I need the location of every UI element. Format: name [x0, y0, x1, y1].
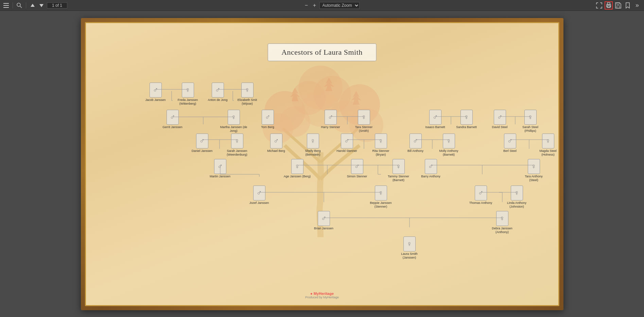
svg-marker-5: [31, 4, 35, 7]
zoom-in-button[interactable]: +: [311, 2, 318, 9]
person-photo-laura: [403, 236, 416, 251]
person-name-jacob: Jacob Janssen: [142, 98, 169, 102]
person-name-martha: Martha Janssen (de Jong): [220, 125, 247, 133]
person-michael[interactable]: Michael Berg: [263, 134, 290, 153]
person-name-sarah_w: Sarah Janssen (Weerdenburg): [224, 149, 251, 157]
person-photo-simon: [351, 159, 363, 174]
person-jacob[interactable]: Jacob Janssen: [142, 83, 169, 102]
person-age[interactable]: Age Janssen (Berg): [284, 159, 311, 179]
person-photo-harry: [325, 110, 337, 125]
person-sarah_w[interactable]: Sarah Janssen (Weerdenburg): [224, 134, 251, 157]
person-david[interactable]: David Steel: [486, 110, 514, 129]
frame-outer: Ancestors of Laura Smith Jacob JanssenFr…: [81, 18, 563, 310]
person-photo-tammy: [393, 159, 405, 174]
zoom-out-button[interactable]: −: [303, 2, 310, 9]
person-name-beppie: Beppie Janssen (Stenner): [367, 201, 395, 209]
person-magda[interactable]: Magda Steel (Holness): [535, 134, 559, 157]
person-name-harold: Harold Stenner: [333, 149, 361, 153]
person-debra[interactable]: Debra Janssen (Anthony): [489, 211, 516, 234]
svg-point-14: [314, 76, 351, 113]
person-name-elizabeth: Elizabeth Smit (Wijsse): [234, 98, 261, 106]
person-photo-tara_a: [528, 159, 540, 174]
person-name-michael: Michael Berg: [263, 149, 290, 153]
person-rita[interactable]: Rita Stenner (Bryan): [367, 134, 395, 157]
content-area: Ancestors of Laura Smith Jacob JanssenFr…: [0, 11, 644, 317]
person-photo-anton: [212, 83, 224, 98]
search-icon[interactable]: [16, 2, 23, 9]
divider-2: [26, 2, 26, 8]
next-page-icon[interactable]: [38, 2, 45, 9]
more-icon[interactable]: »: [633, 1, 641, 10]
person-name-thomas: Thomas Anthony: [467, 201, 494, 205]
person-photo-tara_s: [358, 110, 370, 125]
person-berl[interactable]: Berl Steel: [497, 134, 524, 153]
person-name-tara_a: Tara Anthony (Steel): [520, 175, 547, 182]
person-photo-brian: [318, 211, 330, 226]
person-beppie[interactable]: Beppie Janssen (Stenner): [367, 186, 395, 209]
person-name-anton: Anton de Jong: [204, 98, 231, 102]
person-sarah_p[interactable]: Sarah Steel (Phillips): [517, 110, 544, 133]
person-name-sandra: Sandra Barnett: [453, 125, 480, 129]
person-photo-sarah_w: [231, 134, 243, 148]
person-tammy[interactable]: Tammy Stenner (Barnett): [385, 159, 412, 182]
person-isaaco[interactable]: Isaaco Barnett: [422, 110, 449, 129]
person-tom[interactable]: Tom Berg: [254, 110, 281, 129]
person-anton[interactable]: Anton de Jong: [204, 83, 231, 102]
person-simon[interactable]: Simon Stenner: [344, 159, 371, 179]
save-icon[interactable]: [614, 1, 622, 10]
fullscreen-icon[interactable]: [595, 1, 603, 10]
person-bill[interactable]: Bill Anthony: [402, 134, 429, 153]
person-name-rita: Rita Stenner (Bryan): [367, 149, 395, 157]
person-name-linda: Linda Anthony (Johnston): [503, 201, 530, 209]
svg-rect-0: [3, 3, 9, 4]
person-laura[interactable]: Laura Smith (Janssen): [396, 236, 423, 260]
person-photo-bill: [410, 134, 422, 148]
person-name-isaaco: Isaaco Barnett: [422, 125, 449, 129]
connectors-svg: [86, 23, 558, 305]
person-photo-martha: [228, 110, 240, 125]
person-name-bill: Bill Anthony: [402, 149, 429, 153]
person-gerrit[interactable]: Gerrit Janssen: [159, 110, 186, 129]
person-elizabeth[interactable]: Elizabeth Smit (Wijsse): [234, 83, 261, 106]
person-barry[interactable]: Barry Anthony: [417, 159, 445, 179]
person-name-molly: Molly Anthony (Barnett): [435, 149, 463, 157]
bookmark-icon[interactable]: [624, 1, 632, 10]
person-daniel[interactable]: Daniel Janssen: [189, 134, 216, 153]
person-photo-magda: [542, 134, 554, 148]
person-name-debra: Debra Janssen (Anthony): [489, 227, 516, 234]
person-name-martin: Martin Janssen: [207, 175, 234, 179]
page-indicator[interactable]: [47, 2, 67, 8]
person-shelly[interactable]: Shelly Berg (Bernstein): [299, 134, 327, 157]
divider-1: [13, 2, 13, 8]
person-photo-martin: [214, 159, 226, 174]
person-thomas[interactable]: Thomas Anthony: [467, 186, 494, 205]
person-tara_s[interactable]: Tara Stenner (Smith): [350, 110, 378, 133]
person-name-freda: Freda Janssen (Wittenberg): [174, 98, 202, 106]
person-name-daniel: Daniel Janssen: [189, 149, 216, 153]
person-molly[interactable]: Molly Anthony (Barnett): [435, 134, 463, 157]
zoom-select[interactable]: Automatic Zoom 50% 75% 100% 125% 150%: [319, 2, 360, 9]
print-button[interactable]: [605, 1, 613, 10]
person-freda[interactable]: Freda Janssen (Wittenberg): [174, 83, 202, 106]
person-jozef[interactable]: Jozef Janssen: [246, 186, 273, 205]
person-name-sarah_p: Sarah Steel (Phillips): [517, 125, 544, 133]
toolbar-right: »: [595, 1, 641, 10]
person-photo-linda: [511, 186, 523, 200]
person-harold[interactable]: Harold Stenner: [333, 134, 361, 153]
prev-page-icon[interactable]: [29, 2, 36, 9]
person-brian[interactable]: Brian Janssen: [310, 211, 337, 231]
person-martha[interactable]: Martha Janssen (de Jong): [220, 110, 247, 133]
person-photo-beppie: [375, 186, 387, 200]
person-harry[interactable]: Harry Stenner: [317, 110, 344, 129]
person-photo-daniel: [196, 134, 208, 148]
svg-point-3: [17, 3, 20, 6]
person-sandra[interactable]: Sandra Barnett: [453, 110, 480, 129]
menu-icon[interactable]: [3, 2, 10, 9]
person-linda[interactable]: Linda Anthony (Johnston): [503, 186, 530, 209]
myheritage-branding: ● MyHeritage Produced by MyHeritage: [305, 292, 339, 299]
person-photo-david: [494, 110, 506, 125]
person-photo-michael: [270, 134, 282, 148]
person-martin[interactable]: Martin Janssen: [207, 159, 234, 179]
person-photo-jacob: [150, 83, 162, 98]
person-tara_a[interactable]: Tara Anthony (Steel): [520, 159, 547, 182]
